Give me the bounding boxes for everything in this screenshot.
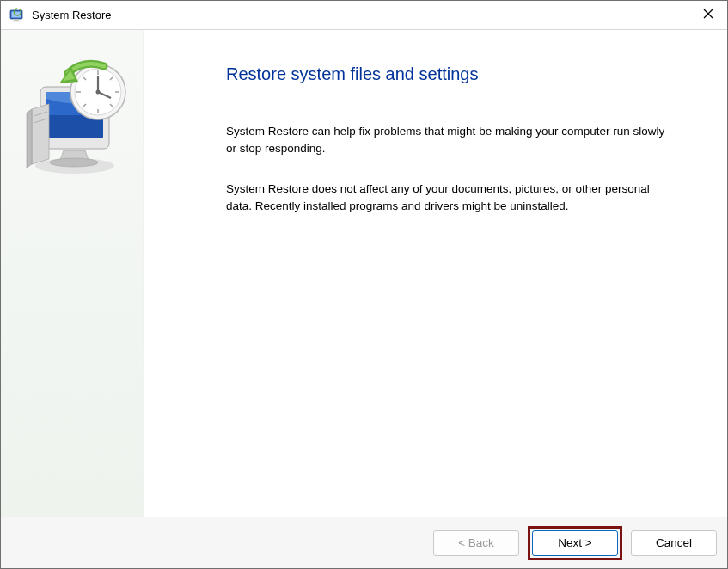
close-button[interactable] <box>688 0 728 28</box>
content-area: Restore system files and settings System… <box>1 30 727 517</box>
wizard-main: Restore system files and settings System… <box>144 30 727 517</box>
svg-rect-2 <box>14 19 19 21</box>
close-icon <box>703 9 713 19</box>
wizard-footer: < Back Next > Cancel <box>1 517 727 568</box>
next-button-highlight: Next > <box>528 526 622 560</box>
next-button[interactable]: Next > <box>532 530 618 556</box>
svg-rect-3 <box>12 21 21 21</box>
system-restore-graphic <box>16 56 128 176</box>
system-restore-icon <box>9 8 25 23</box>
wizard-sidebar <box>1 30 144 517</box>
cancel-button[interactable]: Cancel <box>631 530 717 556</box>
titlebar: System Restore <box>1 1 727 30</box>
intro-paragraph-1: System Restore can help fix problems tha… <box>226 123 673 156</box>
back-button: < Back <box>433 530 519 556</box>
page-heading: Restore system files and settings <box>226 64 689 84</box>
intro-paragraph-2: System Restore does not affect any of yo… <box>226 180 673 214</box>
window-title: System Restore <box>32 9 111 21</box>
svg-point-8 <box>50 158 98 167</box>
system-restore-window: System Restore <box>0 0 728 569</box>
